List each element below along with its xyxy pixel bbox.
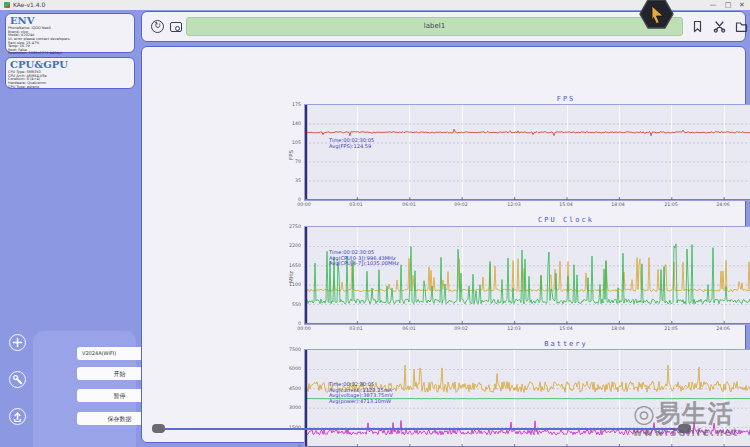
cpu-gpu-line: GPU Type: adreno xyxy=(8,85,136,89)
y-tick-label: 1100 xyxy=(282,282,301,287)
folder-icon[interactable] xyxy=(735,20,748,33)
window-title: KAe-v1.4.0 xyxy=(13,1,45,9)
chart-title-cpu-clock: CPU Clock xyxy=(304,216,750,224)
minimize-button[interactable]: — xyxy=(706,0,720,10)
x-tick-label: 12:03 xyxy=(503,326,525,331)
x-tick-label: 24:06 xyxy=(712,326,734,331)
env-panel: ENV PhoneName: iQOO Neo5Brand: vivoModel… xyxy=(5,13,135,53)
plus-icon xyxy=(12,337,23,348)
x-tick-label: 09:02 xyxy=(450,326,472,331)
x-tick-label: 24:06 xyxy=(712,202,734,207)
x-tick-label: 06:01 xyxy=(398,326,420,331)
env-info-lines: PhoneName: iQOO Neo5Brand: vivoModel: V2… xyxy=(6,26,136,55)
x-tick-label: 18:04 xyxy=(607,202,629,207)
y-tick-label: 4500 xyxy=(282,385,301,390)
x-tick-label: 21:05 xyxy=(660,326,682,331)
time-range-slider-track[interactable] xyxy=(158,428,690,430)
chart-title-battery: Battery xyxy=(304,340,750,348)
x-tick-label: 03:01 xyxy=(345,202,367,207)
plot-fps[interactable] xyxy=(304,104,750,201)
app-window: KAe-v1.4.0 — □ ✕ ENV PhoneName: iQOO Neo… xyxy=(0,0,750,447)
app-icon xyxy=(4,2,10,8)
x-tick-label: 21:05 xyxy=(660,202,682,207)
cursor-overlay xyxy=(638,0,675,30)
y-tick-label: 105 xyxy=(282,139,301,144)
maximize-button[interactable]: □ xyxy=(721,0,735,10)
y-tick-label: 140 xyxy=(282,120,301,125)
y-tick-label: 1650 xyxy=(282,262,301,267)
y-tick-label: 3000 xyxy=(282,405,301,410)
device-controls-panel: V2024A(WIFI) ⌄ 开始 暂停 保存数据 xyxy=(33,331,136,447)
env-line: Resolution: 1080x2376 440dpi xyxy=(8,52,136,56)
scissors-icon[interactable] xyxy=(713,20,726,33)
y-tick-label: 70 xyxy=(282,158,301,163)
chart-title-fps: FPS xyxy=(304,95,750,103)
x-tick-label: 00:00 xyxy=(293,202,315,207)
x-tick-label: 15:04 xyxy=(555,326,577,331)
x-tick-label: 06:01 xyxy=(398,202,420,207)
y-tick-label: 0 xyxy=(282,320,301,325)
cpu-gpu-info-lines: CPU Type: SM8350CPU Arch: ARM64-V8aCoreN… xyxy=(6,70,136,89)
y-tick-label: 550 xyxy=(282,301,301,306)
x-tick-label: 00:00 xyxy=(293,326,315,331)
y-tick-label: 2750 xyxy=(282,223,301,228)
add-device-button[interactable] xyxy=(9,334,26,351)
y-tick-label: 2200 xyxy=(282,243,301,248)
x-tick-label: 15:04 xyxy=(555,202,577,207)
tooltip-fps: Time:00:02:30:05Avg(FPS):124.59 xyxy=(329,138,374,149)
tooltip-battery: Time:00:02:30:05Avg(current):1123.25mAAv… xyxy=(329,382,393,404)
close-button[interactable]: ✕ xyxy=(735,0,749,10)
screenshot-icon[interactable] xyxy=(170,22,182,32)
label-input[interactable]: label1 xyxy=(186,17,683,36)
series-FPS xyxy=(305,129,750,136)
y-tick-label: 6000 xyxy=(282,366,301,371)
y-tick-label: 0 xyxy=(282,443,301,447)
x-tick-label: 12:03 xyxy=(503,202,525,207)
y-tick-label: 35 xyxy=(282,177,301,182)
plot-cpu-clock[interactable] xyxy=(304,226,750,325)
tooltip-line: Avg(FPS):124.59 xyxy=(329,144,374,150)
tooltip-line: Avg(power):4713.10mW xyxy=(329,399,393,405)
x-tick-label: 09:02 xyxy=(450,202,472,207)
tooltip-cpu-clock: Time:00:02:30:05Avg(CPU[0-3]):996.43MHzA… xyxy=(329,250,399,267)
y-tick-label: 175 xyxy=(282,101,301,106)
bookmark-icon[interactable] xyxy=(691,20,704,33)
wrench-icon xyxy=(12,374,23,385)
env-panel-title: ENV xyxy=(6,14,134,26)
cpu-gpu-panel-title: CPU&GPU xyxy=(6,58,134,70)
y-tick-label: 7500 xyxy=(282,346,301,351)
y-tick-label: 0 xyxy=(282,196,301,201)
charts-area: FPSFPS1751401057035000:0003:0106:0109:02… xyxy=(141,46,746,443)
slider-handle-left[interactable] xyxy=(152,424,165,433)
lens-dot xyxy=(175,26,180,31)
history-icon[interactable]: ↻ xyxy=(151,20,164,33)
cpu-gpu-panel: CPU&GPU CPU Type: SM8350CPU Arch: ARM64-… xyxy=(5,57,135,89)
upload-button[interactable] xyxy=(9,408,26,425)
device-select-value: V2024A(WIFI) xyxy=(82,350,116,356)
x-tick-label: 03:01 xyxy=(345,326,367,331)
tooltip-line: Avg(CPU[4-7]):1035.00MHz xyxy=(329,261,399,267)
settings-button[interactable] xyxy=(9,371,26,388)
slider-handle-right[interactable] xyxy=(678,424,691,433)
upload-icon xyxy=(12,411,23,422)
x-tick-label: 18:04 xyxy=(607,326,629,331)
